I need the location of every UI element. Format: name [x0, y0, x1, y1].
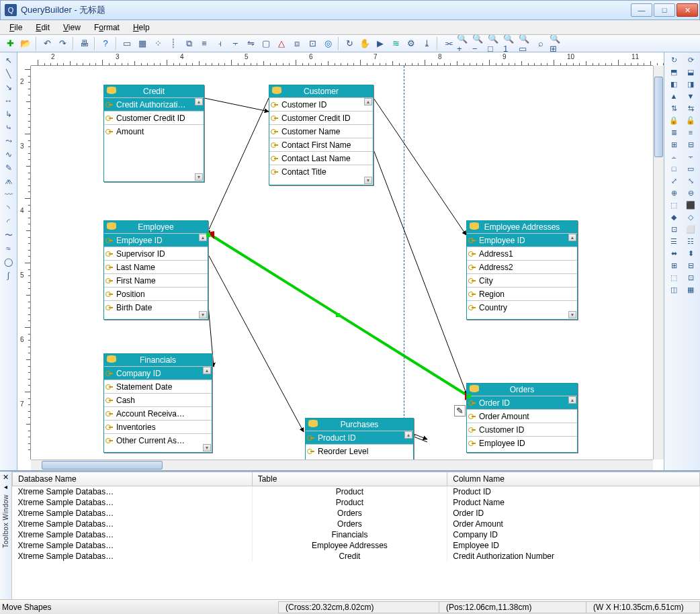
align-tool-icon[interactable]: ⬌	[666, 247, 681, 259]
align-tool-icon[interactable]: 🔓	[683, 114, 698, 126]
results-grid[interactable]: Database NameTableColumn Name Xtreme Sam…	[12, 472, 700, 599]
align-tool-icon[interactable]: ⬒	[666, 66, 681, 78]
align-tool-icon[interactable]: ⊞	[666, 138, 681, 150]
elbow-connector-icon[interactable]: ⤷	[1, 121, 16, 134]
field-row[interactable]: Customer ID	[467, 423, 577, 436]
field-row[interactable]: Country	[467, 300, 577, 314]
bezier-tool-icon[interactable]: 〜	[1, 228, 16, 242]
column-header[interactable]: Column Name	[447, 472, 700, 486]
zoom-100-icon[interactable]: 🔍1	[502, 36, 517, 51]
align-tool-icon[interactable]: ⬓	[683, 66, 698, 78]
align-tool-icon[interactable]: ▼	[683, 90, 698, 102]
lasso-icon[interactable]: ⌕	[533, 36, 548, 51]
spline-tool-icon[interactable]: 〰	[1, 188, 16, 202]
flip-h-icon[interactable]: ⇋	[243, 36, 258, 51]
scroll-up-icon[interactable]	[364, 98, 372, 105]
vertical-guide[interactable]	[404, 66, 404, 459]
field-row[interactable]: Address1	[467, 247, 577, 260]
align-tool-icon[interactable]: ◇	[683, 211, 698, 223]
align-tool-icon[interactable]: ⟳	[683, 54, 698, 66]
wave-tool-icon[interactable]: ≈	[1, 242, 16, 255]
field-row[interactable]: City	[467, 273, 577, 287]
design-canvas[interactable]: Credit Credit Authorizati…Customer Credi…	[31, 66, 653, 459]
rect-tool-icon[interactable]: ▢	[259, 36, 273, 51]
align-tool-icon[interactable]: ◨	[683, 78, 698, 90]
connector-icon[interactable]: ↳	[1, 107, 16, 121]
menu-edit[interactable]: Edit	[29, 20, 56, 34]
distribute-h-icon[interactable]: ⫞	[212, 36, 227, 51]
align-tool-icon[interactable]: ⊕	[666, 187, 681, 199]
align-tool-icon[interactable]: ⬚	[666, 199, 681, 211]
align-icon[interactable]: ≡	[197, 36, 212, 51]
double-arrow-icon[interactable]: ↔	[1, 94, 16, 107]
field-row[interactable]: Contact Last Name	[269, 151, 373, 165]
pan-icon[interactable]: ✋	[357, 36, 372, 51]
field-row[interactable]: Account Receiva…	[104, 406, 212, 420]
poly-connector-icon[interactable]: ⤳	[1, 134, 16, 148]
print-icon[interactable]: 🖶	[77, 36, 91, 51]
align-tool-icon[interactable]: ⊞	[666, 259, 681, 271]
snap-icon[interactable]: ┊	[166, 36, 181, 51]
entity-employee-addresses[interactable]: Employee Addresses Employee IDAddress1Ad…	[466, 220, 578, 320]
scroll-up-icon[interactable]	[568, 396, 576, 404]
menu-file[interactable]: File	[3, 20, 29, 34]
field-row[interactable]: Statement Date	[104, 380, 212, 393]
group-icon[interactable]: ⧉	[181, 36, 196, 51]
zoom-out-icon[interactable]: 🔍−	[472, 36, 486, 51]
arc-right-icon[interactable]: ◝	[1, 202, 16, 215]
table-row[interactable]: Xtreme Sample Databas…ProductProduct ID	[13, 486, 700, 498]
zoom-region-icon[interactable]: 🔍▭	[518, 36, 533, 51]
field-row[interactable]: Contact Title	[269, 165, 373, 178]
field-row[interactable]: Region	[467, 287, 577, 300]
run-icon[interactable]: ▶	[373, 36, 388, 51]
undo-icon[interactable]: ↶	[40, 36, 54, 51]
minimize-button[interactable]: —	[631, 3, 652, 17]
triangle-tool-icon[interactable]: △	[274, 36, 289, 51]
align-tool-icon[interactable]: ⤡	[683, 175, 698, 187]
align-tool-icon[interactable]: ≡	[683, 126, 698, 138]
table-row[interactable]: Xtreme Sample Databas…OrdersOrder Amount	[13, 519, 700, 529]
field-row[interactable]: Order Amount	[467, 409, 577, 423]
align-tool-icon[interactable]: ◧	[666, 78, 681, 90]
zoom-fit-icon[interactable]: 🔍□	[487, 36, 502, 51]
field-row[interactable]: Customer Credit ID	[269, 111, 373, 124]
vertical-scrollbar[interactable]	[653, 66, 664, 459]
align-tool-icon[interactable]: ≣	[666, 126, 681, 138]
edit-icon[interactable]: ✎	[454, 405, 466, 416]
align-tool-icon[interactable]: 🔒	[666, 114, 681, 126]
align-tool-icon[interactable]: ☷	[683, 235, 698, 247]
field-row[interactable]: Customer ID	[269, 97, 373, 111]
field-row[interactable]: Product ID	[306, 431, 413, 444]
field-row[interactable]: Contact First Name	[269, 138, 373, 151]
field-row[interactable]: Other Current As…	[104, 433, 212, 447]
line-tool-icon[interactable]: ╲	[1, 67, 16, 81]
menu-help[interactable]: Help	[126, 20, 157, 34]
align-tool-icon[interactable]: ⬛	[683, 199, 698, 211]
scroll-down-icon[interactable]	[364, 177, 372, 184]
layers-icon[interactable]: ≋	[388, 36, 403, 51]
field-row[interactable]: Employee ID	[467, 233, 577, 247]
maximize-button[interactable]: □	[654, 3, 675, 17]
align-tool-icon[interactable]: ☰	[666, 235, 681, 247]
align-tool-icon[interactable]: ▭	[683, 163, 698, 175]
scroll-down-icon[interactable]	[203, 444, 211, 451]
align-tool-icon[interactable]: ◫	[666, 283, 681, 296]
scroll-up-icon[interactable]	[568, 234, 576, 241]
align-tool-icon[interactable]: ◆	[666, 211, 681, 223]
align-tool-icon[interactable]: ▦	[683, 283, 698, 296]
entity-customer[interactable]: Customer Customer IDCustomer Credit IDCu…	[269, 85, 374, 185]
align-tool-icon[interactable]: ⫠	[666, 150, 681, 163]
align-tool-icon[interactable]: ⬍	[683, 247, 698, 259]
arrow-tool-icon[interactable]: ↘	[1, 81, 16, 94]
align-tool-icon[interactable]: ⊖	[683, 187, 698, 199]
crop-icon[interactable]: ⧈	[290, 36, 304, 51]
field-row[interactable]: Customer Name	[269, 124, 373, 138]
panel-pin-icon[interactable]: ◂	[4, 483, 7, 490]
closed-curve-icon[interactable]: ◯	[1, 255, 16, 269]
scroll-down-icon[interactable]	[199, 311, 207, 318]
align-tool-icon[interactable]: □	[666, 163, 681, 175]
target-icon[interactable]: ◎	[320, 36, 335, 51]
link-icon[interactable]: ⫘	[441, 36, 455, 51]
align-tool-icon[interactable]: ⬜	[683, 223, 698, 235]
align-tool-icon[interactable]: ⊟	[683, 259, 698, 271]
